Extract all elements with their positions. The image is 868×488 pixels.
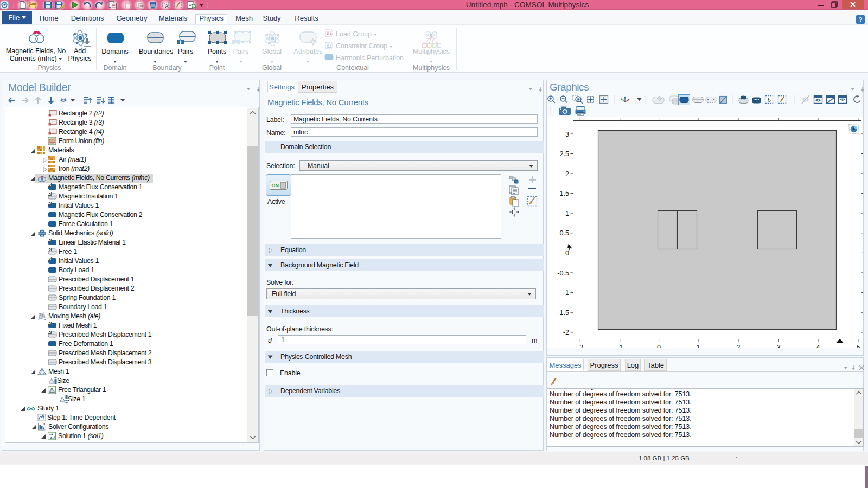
svg-text:0: 0 [657,344,661,348]
svg-text:4: 4 [816,344,820,348]
svg-text:-2: -2 [563,329,569,336]
svg-text:-2: -2 [577,344,583,348]
svg-text:2: 2 [736,344,740,348]
svg-text:0.5: 0.5 [559,229,569,237]
svg-text:-1: -1 [617,344,623,348]
svg-text:3: 3 [565,131,569,138]
svg-text:-0.5: -0.5 [557,269,569,277]
svg-text:1.5: 1.5 [559,190,569,197]
svg-text:2: 2 [565,170,569,178]
svg-text:1: 1 [565,210,569,217]
svg-text:-1: -1 [563,289,569,297]
svg-text:5: 5 [856,344,860,348]
svg-text:3: 3 [777,344,781,348]
svg-text:1: 1 [696,344,700,348]
svg-text:2.5: 2.5 [559,150,569,158]
svg-text:ON: ON [272,183,279,188]
svg-text:-1.5: -1.5 [557,309,569,317]
